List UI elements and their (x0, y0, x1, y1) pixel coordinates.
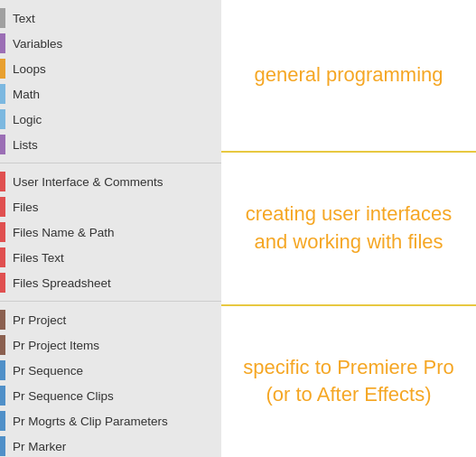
sidebar-item-pr-project[interactable]: Pr Project (0, 307, 221, 332)
content-section-general: general programming (221, 0, 476, 151)
color-bar (0, 8, 5, 28)
color-bar (0, 33, 5, 53)
sidebar-item-math[interactable]: Math (0, 81, 221, 107)
sidebar-group-ui-files: User Interface & CommentsFilesFiles Name… (0, 163, 221, 301)
sidebar-item-label: Lists (13, 138, 38, 152)
main-content: general programmingcreating user interfa… (221, 0, 476, 457)
sidebar-item-lists[interactable]: Lists (0, 132, 221, 157)
sidebar-item-files-spreadsheet[interactable]: Files Spreadsheet (0, 270, 221, 295)
sidebar-item-label: Loops (13, 62, 46, 76)
sidebar-item-label: Files Text (13, 251, 64, 265)
sidebar-item-label: Variables (13, 37, 62, 51)
sidebar-item-pr-sequence[interactable]: Pr Sequence (0, 358, 221, 383)
content-section-premiere: specific to Premiere Pro (or to After Ef… (221, 304, 476, 457)
sidebar-item-text[interactable]: Text (0, 5, 221, 31)
sidebar-item-files-text[interactable]: Files Text (0, 245, 221, 270)
sidebar-item-variables[interactable]: Variables (0, 31, 221, 56)
color-bar (0, 411, 5, 431)
sidebar-item-label: Logic (13, 113, 42, 126)
sidebar-item-files[interactable]: Files (0, 194, 221, 219)
sidebar-item-label: Pr Sequence Clips (13, 389, 114, 403)
color-bar (0, 273, 5, 293)
color-bar (0, 335, 5, 355)
sidebar-item-label: Pr Project Items (13, 339, 99, 352)
sidebar-item-label: Pr Mogrts & Clip Parameters (13, 415, 168, 428)
sidebar-group-general: TextVariablesLoopsMathLogicLists (0, 0, 221, 163)
sidebar-item-label: Math (13, 88, 40, 101)
sidebar-item-logic[interactable]: Logic (0, 107, 221, 132)
color-bar (0, 247, 5, 267)
sidebar-item-label: User Interface & Comments (13, 175, 163, 189)
color-bar (0, 197, 5, 217)
section-label: specific to Premiere Pro (or to After Ef… (225, 345, 472, 419)
sidebar-item-label: Files Spreadsheet (13, 276, 111, 290)
sidebar-item-label: Files Name & Path (13, 226, 115, 239)
color-bar (0, 222, 5, 242)
sidebar-item-pr-project-items[interactable]: Pr Project Items (0, 332, 221, 358)
sidebar-item-loops[interactable]: Loops (0, 56, 221, 81)
color-bar (0, 310, 5, 330)
sidebar-item-pr-mogrts-&-clip-parameters[interactable]: Pr Mogrts & Clip Parameters (0, 408, 221, 434)
section-label: creating user interfaces and working wit… (228, 191, 471, 266)
color-bar (0, 360, 5, 380)
color-bar (0, 172, 5, 191)
color-bar (0, 386, 5, 406)
color-bar (0, 436, 5, 456)
section-label: general programming (236, 52, 461, 98)
sidebar-item-label: Text (13, 12, 35, 25)
sidebar-item-files-name-&-path[interactable]: Files Name & Path (0, 219, 221, 245)
sidebar-item-label: Pr Marker (13, 440, 66, 453)
color-bar (0, 84, 5, 104)
sidebar-group-premiere: Pr ProjectPr Project ItemsPr SequencePr … (0, 301, 221, 457)
color-bar (0, 109, 5, 129)
color-bar (0, 135, 5, 154)
color-bar (0, 59, 5, 79)
sidebar-item-pr-sequence-clips[interactable]: Pr Sequence Clips (0, 383, 221, 408)
content-section-ui-files: creating user interfaces and working wit… (221, 151, 476, 303)
sidebar-item-label: Pr Sequence (13, 364, 83, 378)
sidebar-item-label: Pr Project (13, 313, 66, 327)
sidebar-item-label: Files (13, 201, 39, 214)
sidebar-item-user-interface-&-comments[interactable]: User Interface & Comments (0, 169, 221, 194)
sidebar-item-pr-marker[interactable]: Pr Marker (0, 434, 221, 457)
sidebar: TextVariablesLoopsMathLogicListsUser Int… (0, 0, 221, 457)
